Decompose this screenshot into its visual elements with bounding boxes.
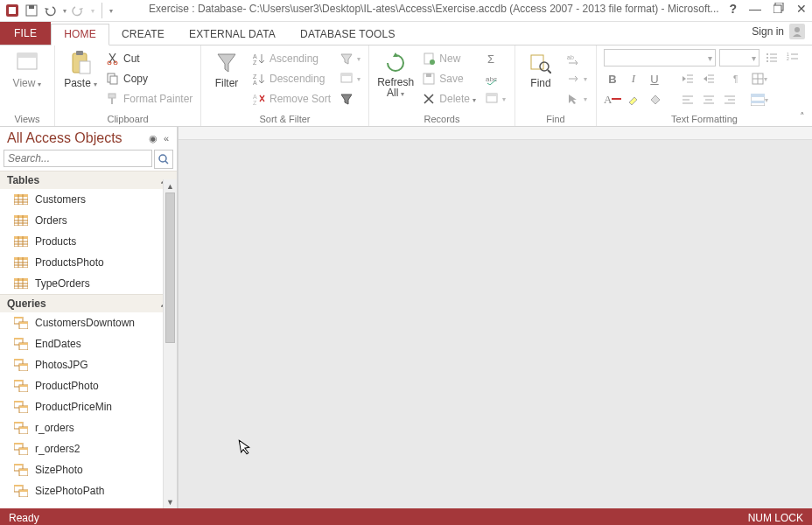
bullets-icon[interactable]	[763, 49, 780, 66]
restore-icon[interactable]	[774, 2, 784, 16]
font-combo[interactable]: ▾	[604, 49, 716, 66]
gridlines-icon[interactable]: ▾	[751, 70, 768, 88]
italic-button[interactable]: I	[625, 70, 642, 88]
underline-button[interactable]: U	[646, 70, 663, 88]
text-direction-icon[interactable]: ¶	[730, 70, 747, 88]
spelling-button[interactable]: abc	[483, 69, 508, 88]
totals-button[interactable]: Σ	[483, 49, 508, 68]
query-item[interactable]: r_orders2	[0, 438, 177, 459]
highlight-button[interactable]	[625, 91, 642, 108]
copy-button[interactable]: Copy	[104, 69, 194, 88]
redo-icon[interactable]	[72, 4, 86, 18]
format-painter-button[interactable]: Format Painter	[104, 89, 194, 108]
paste-label: Paste	[64, 77, 97, 89]
refresh-label: Refresh All	[377, 77, 414, 100]
find-button[interactable]: Find	[522, 49, 559, 91]
bold-button[interactable]: B	[604, 70, 621, 88]
svg-point-70	[159, 155, 166, 162]
increase-indent-icon[interactable]	[700, 70, 718, 88]
table-item[interactable]: Customers	[0, 189, 177, 210]
selection-filter-button[interactable]: ▾	[338, 49, 362, 68]
decrease-indent-icon[interactable]	[679, 70, 696, 88]
refresh-all-button[interactable]: Refresh All	[376, 49, 415, 102]
collapse-ribbon-icon[interactable]: ˄	[800, 111, 805, 122]
query-item-label: ProductPriceMin	[35, 401, 112, 413]
help-icon[interactable]: ?	[729, 2, 737, 16]
query-item[interactable]: PhotosJPG	[0, 354, 177, 375]
svg-rect-16	[108, 94, 116, 98]
select-button[interactable]: ▾	[564, 89, 589, 108]
query-item[interactable]: SizePhotoPath	[0, 480, 177, 501]
svg-rect-129	[19, 448, 28, 450]
tab-create[interactable]: CREATE	[109, 24, 177, 45]
table-item[interactable]: TypeOrders	[0, 273, 177, 294]
new-button[interactable]: New	[420, 49, 478, 68]
cut-button[interactable]: Cut	[104, 49, 194, 68]
nav-menu-icon[interactable]: ◉	[149, 133, 158, 144]
paste-button[interactable]: Paste	[62, 49, 99, 91]
scroll-down-icon[interactable]: ▼	[164, 495, 177, 508]
query-item[interactable]: r_orders	[0, 417, 177, 438]
view-button[interactable]: View	[9, 49, 46, 91]
table-item[interactable]: Orders	[0, 210, 177, 231]
save-button[interactable]: Save	[420, 69, 478, 88]
toggle-filter-button[interactable]	[338, 89, 362, 108]
fill-color-button[interactable]	[646, 91, 663, 108]
nav-shutter-icon[interactable]: «	[161, 133, 172, 144]
tab-home[interactable]: HOME	[51, 24, 109, 46]
filter-icon	[214, 51, 239, 75]
svg-rect-34	[531, 55, 543, 69]
customize-qat-icon[interactable]: ▾	[109, 7, 113, 15]
query-icon	[14, 338, 28, 350]
section-queries[interactable]: Queries ︽	[0, 294, 177, 312]
align-right-icon[interactable]	[721, 91, 738, 108]
nav-scrollbar[interactable]: ▲ ▼	[163, 179, 177, 508]
undo-dropdown-icon[interactable]: ▾	[63, 7, 66, 15]
query-item[interactable]: CustomersDowntown	[0, 312, 177, 333]
undo-icon[interactable]	[44, 4, 58, 18]
nav-header[interactable]: All Access Objects ◉ «	[0, 127, 177, 148]
scroll-up-icon[interactable]: ▲	[164, 179, 177, 192]
tab-database-tools[interactable]: DATABASE TOOLS	[288, 24, 408, 45]
svg-line-36	[548, 70, 551, 74]
table-item[interactable]: ProductsPhoto	[0, 252, 177, 273]
save-icon[interactable]	[24, 4, 38, 18]
query-item[interactable]: EndDates	[0, 333, 177, 354]
descending-button[interactable]: ZA Descending	[250, 69, 332, 88]
minimize-icon[interactable]: —	[749, 2, 761, 16]
close-icon[interactable]: ✕	[796, 2, 807, 16]
more-button[interactable]: ▾	[483, 89, 508, 108]
goto-button[interactable]: ▾	[564, 69, 589, 88]
table-item[interactable]: Products	[0, 231, 177, 252]
filter-button[interactable]: Filter	[208, 49, 245, 91]
advanced-filter-button[interactable]: ▾	[338, 69, 362, 88]
delete-button[interactable]: Delete	[420, 89, 478, 108]
section-tables[interactable]: Tables ︽	[0, 171, 177, 189]
ascending-button[interactable]: AZ Ascending	[250, 49, 332, 68]
svg-point-39	[766, 57, 768, 59]
scroll-thumb[interactable]	[165, 192, 175, 343]
svg-rect-69	[751, 101, 765, 103]
align-center-icon[interactable]	[700, 91, 718, 108]
search-button[interactable]	[154, 150, 173, 169]
query-item[interactable]: ProductPhoto	[0, 375, 177, 396]
font-size-combo[interactable]: ▾	[719, 49, 760, 66]
search-input[interactable]	[4, 150, 152, 167]
cut-label: Cut	[123, 52, 140, 65]
redo-dropdown-icon[interactable]: ▾	[91, 7, 94, 15]
more-icon	[485, 92, 499, 106]
avatar-icon	[789, 24, 805, 39]
replace-button[interactable]: ab	[564, 49, 589, 68]
sign-in[interactable]: Sign in	[752, 24, 805, 39]
tab-external-data[interactable]: EXTERNAL DATA	[177, 24, 288, 45]
align-left-icon[interactable]	[679, 91, 696, 108]
group-find-label: Find	[522, 114, 589, 126]
alternate-row-icon[interactable]: ▾	[751, 91, 768, 108]
numbering-icon[interactable]: 12	[784, 49, 802, 66]
query-item[interactable]: SizePhoto	[0, 459, 177, 480]
font-color-button[interactable]: A	[604, 91, 621, 108]
query-item[interactable]: ProductPriceMin	[0, 396, 177, 417]
tab-file[interactable]: FILE	[0, 22, 51, 45]
remove-sort-button[interactable]: AZ Remove Sort	[250, 89, 332, 108]
table-item-label: ProductsPhoto	[35, 256, 104, 269]
